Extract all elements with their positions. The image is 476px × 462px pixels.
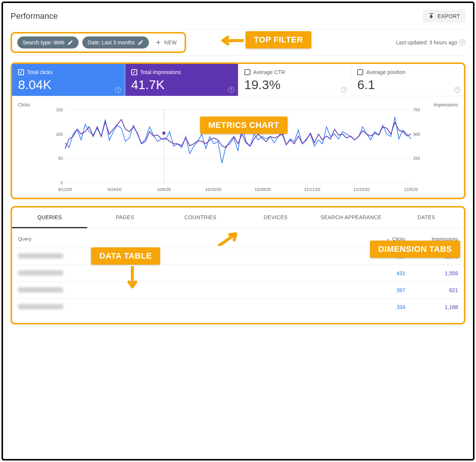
filter-date-range[interactable]: Date: Last 3 months: [82, 36, 149, 48]
metric-position-label: Average position: [366, 69, 405, 75]
tab-devices[interactable]: DEVICES: [238, 208, 313, 228]
metric-impressions-label: Total impressions: [140, 69, 181, 75]
filter-search-type-label: Search type: Web: [23, 39, 64, 45]
svg-text:150: 150: [56, 108, 63, 112]
tab-dates[interactable]: DATES: [389, 208, 464, 228]
page-title: Performance: [11, 11, 58, 21]
cell-clicks: 431: [353, 270, 405, 276]
column-query[interactable]: Query: [18, 236, 353, 242]
svg-text:0: 0: [61, 180, 63, 185]
svg-text:500: 500: [413, 132, 420, 136]
cell-clicks: 334: [353, 304, 405, 310]
metrics-chart-section: Total clicks 8.04K ? Total impressions 4…: [11, 62, 465, 199]
add-filter-button[interactable]: NEW: [153, 39, 179, 46]
pencil-icon: [67, 39, 73, 45]
metric-position-value: 6.1: [357, 77, 458, 92]
cell-clicks: 397: [353, 287, 405, 293]
callout-top-filter: TOP FILTER: [246, 31, 311, 48]
cell-impressions: 1,559: [405, 270, 458, 276]
svg-point-20: [162, 132, 165, 135]
svg-text:12/5/20: 12/5/20: [404, 187, 418, 192]
checkbox-icon: [18, 69, 24, 75]
checkbox-icon: [131, 69, 137, 75]
checkbox-icon: [357, 69, 363, 75]
cell-impressions: 621: [405, 287, 458, 293]
table-row[interactable]: 3341,188: [12, 298, 464, 315]
arrow-icon: [217, 35, 244, 46]
callout-dimension-tabs: DIMENSION TABS: [370, 241, 460, 258]
svg-text:10/18/20: 10/18/20: [205, 187, 221, 192]
filter-search-type[interactable]: Search type: Web: [17, 36, 79, 48]
download-icon: [428, 13, 435, 20]
svg-text:750: 750: [413, 108, 420, 112]
metric-card-clicks[interactable]: Total clicks 8.04K ?: [12, 64, 125, 96]
cell-impressions: 1,188: [405, 304, 458, 310]
svg-text:9/24/20: 9/24/20: [108, 187, 121, 192]
new-filter-label: NEW: [164, 39, 177, 45]
data-table-section: QUERIESPAGESCOUNTRIESDEVICESSEARCH APPEA…: [11, 206, 465, 324]
help-icon[interactable]: ?: [228, 87, 234, 93]
svg-text:10/30/20: 10/30/20: [255, 187, 271, 192]
metric-clicks-value: 8.04K: [18, 77, 119, 92]
query-text: [18, 270, 63, 276]
metric-clicks-label: Total clicks: [27, 69, 53, 75]
help-icon[interactable]: ?: [341, 87, 347, 93]
table-row[interactable]: 397621: [12, 282, 464, 298]
last-updated: Last updated: 3 hours ago ?: [396, 39, 465, 45]
pencil-icon: [138, 39, 144, 45]
export-label: EXPORT: [438, 13, 460, 19]
table-row[interactable]: 4311,559: [12, 265, 464, 282]
help-icon[interactable]: ?: [459, 39, 465, 45]
svg-text:250: 250: [413, 156, 420, 161]
svg-text:10/6/20: 10/6/20: [157, 187, 171, 192]
query-text: [18, 287, 63, 292]
metric-ctr-label: Average CTR: [253, 69, 285, 75]
metric-impressions-value: 41.7K: [131, 77, 232, 92]
callout-data-table: DATA TABLE: [91, 247, 160, 265]
svg-text:11/11/20: 11/11/20: [304, 187, 320, 192]
tab-search-appearance[interactable]: SEARCH APPEARANCE: [313, 208, 388, 228]
svg-text:11/23/20: 11/23/20: [353, 187, 370, 192]
tab-queries[interactable]: QUERIES: [12, 208, 87, 228]
help-icon[interactable]: ?: [115, 87, 121, 93]
metric-card-position[interactable]: Average position 6.1 ?: [351, 64, 464, 96]
axis-right-label: Impressions: [434, 102, 458, 108]
filter-date-label: Date: Last 3 months: [88, 39, 135, 45]
last-updated-text: Last updated: 3 hours ago: [396, 39, 457, 45]
arrow-icon: [217, 231, 240, 246]
callout-metrics-chart: METRICS CHART: [200, 117, 288, 134]
metric-ctr-value: 19.3%: [244, 77, 345, 92]
svg-text:9/12/20: 9/12/20: [58, 187, 72, 192]
arrow-icon: [127, 266, 138, 292]
help-icon[interactable]: ?: [454, 87, 460, 93]
query-text: [18, 304, 63, 309]
tab-pages[interactable]: PAGES: [87, 208, 162, 228]
checkbox-icon: [244, 69, 250, 75]
metric-card-ctr[interactable]: Average CTR 19.3% ?: [238, 64, 352, 96]
query-text: [18, 253, 63, 259]
plus-icon: [155, 39, 162, 46]
svg-text:50: 50: [58, 156, 63, 161]
filter-container: Search type: Web Date: Last 3 months NEW: [11, 32, 186, 53]
axis-left-label: Clicks: [18, 102, 30, 108]
export-button[interactable]: EXPORT: [423, 10, 465, 23]
tab-countries[interactable]: COUNTRIES: [163, 208, 238, 228]
svg-text:100: 100: [56, 132, 63, 136]
metric-card-impressions[interactable]: Total impressions 41.7K ?: [125, 64, 238, 96]
